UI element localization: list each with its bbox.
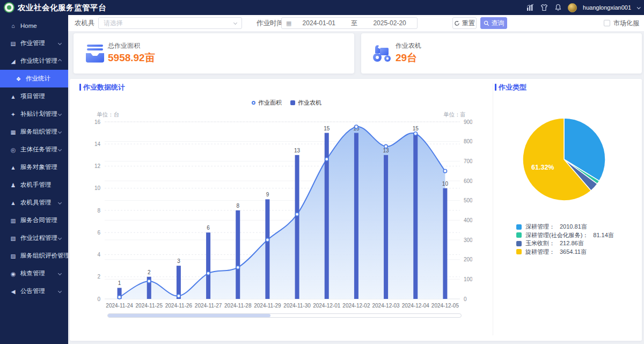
sidebar-item-job-stats-mgmt[interactable]: ◢作业统计管理 (0, 52, 68, 70)
sidebar-item-org-evaluation[interactable]: ▨服务组织评价管理 (0, 247, 68, 265)
bar-value-label: 3 (177, 258, 180, 264)
line-point-2024-11-30[interactable] (295, 213, 298, 216)
refresh-icon (454, 20, 460, 26)
sidebar-item-label: 服务合同管理 (20, 216, 57, 224)
sidebar-item-verification[interactable]: ◉核查管理 (0, 265, 68, 282)
sidebar-item-service-targets[interactable]: ▲服务对象管理 (0, 158, 68, 176)
chart-scrollbar-thumb[interactable] (108, 314, 270, 317)
bar-2024-11-27[interactable] (206, 232, 210, 299)
bar-value-label: 6 (207, 225, 210, 231)
tractor-icon (371, 41, 394, 65)
line-point-2024-12-05[interactable] (443, 169, 447, 172)
work-machines-label: 作业农机 (396, 41, 421, 50)
section-title-bar (79, 84, 81, 91)
pie-legend-item-2[interactable]: 深耕管理(社会化服务)：81.14亩 (516, 231, 614, 240)
job-stats-mgmt-icon: ◢ (9, 58, 17, 64)
bar-2024-12-03[interactable] (384, 155, 388, 299)
chevron-down-icon (58, 112, 62, 116)
legend-color-swatch (516, 224, 522, 230)
bar-series-legend-icon (290, 100, 295, 105)
service-targets-icon: ▲ (9, 164, 17, 171)
panel-divider (493, 83, 493, 335)
legend-item-area[interactable]: 作业面积 (252, 99, 282, 107)
line-point-2024-12-03[interactable] (384, 145, 387, 148)
work-time-label: 作业时间 (257, 15, 283, 31)
service-org-icon: ▦ (9, 129, 17, 135)
date-from-value[interactable]: 2024-01-01 (291, 19, 346, 27)
line-point-2024-11-25[interactable] (148, 280, 151, 283)
sidebar-item-label: 农机具管理 (20, 199, 52, 207)
user-menu-chevron-icon[interactable] (637, 5, 641, 9)
work-type-title: 作业类型 (499, 83, 526, 92)
job-process-icon: ▧ (9, 235, 17, 241)
projects-icon: ▲ (9, 93, 17, 100)
stats-icon[interactable] (526, 4, 534, 12)
chart-scrollbar[interactable] (107, 313, 462, 318)
line-point-2024-11-24[interactable] (118, 296, 121, 299)
inbox-icon (83, 41, 107, 65)
date-range-input[interactable]: ▦ 2024-01-01 至 2025-02-20 (281, 17, 418, 29)
machine-select[interactable]: 请选择 (98, 17, 242, 29)
line-point-2024-12-02[interactable] (355, 125, 358, 128)
sidebar-item-service-org[interactable]: ▦服务组织管理 (0, 123, 68, 141)
bar-value-label: 2 (148, 269, 151, 275)
bar-2024-12-04[interactable] (413, 133, 418, 299)
pie-legend-item-1[interactable]: 深耕管理：2010.81亩 (516, 223, 614, 231)
total-area-value: 5958.92亩 (108, 51, 155, 65)
area-series-fill (120, 127, 445, 299)
bar-2024-11-30[interactable] (295, 155, 299, 299)
sidebar-item-job-process[interactable]: ▧作业过程管理 (0, 229, 68, 247)
sidebar-item-jobs[interactable]: ▤作业管理 (0, 34, 68, 52)
right-axis-tick: 700 (464, 158, 472, 164)
user-avatar[interactable] (568, 3, 577, 12)
line-point-2024-11-29[interactable] (266, 238, 269, 241)
market-service-checkbox[interactable] (604, 20, 610, 26)
machine-operators-icon: ♟ (9, 182, 17, 188)
line-point-2024-11-26[interactable] (177, 294, 180, 297)
left-axis-tick: 6 (97, 230, 100, 236)
sidebar-item-projects[interactable]: ▲项目管理 (0, 87, 68, 105)
search-button[interactable]: 查询 (480, 17, 507, 29)
filter-bar: 农机具 请选择 作业时间 ▦ 2024-01-01 至 2025-02-20 重… (68, 15, 644, 31)
line-point-2024-11-28[interactable] (236, 266, 239, 269)
sidebar-item-announcements[interactable]: ◀公告管理 (0, 282, 68, 300)
job-stats-icon: ❖ (14, 76, 23, 82)
sidebar-item-main-tasks[interactable]: ◎主体任务管理 (0, 141, 68, 158)
bar-value-label: 15 (413, 126, 419, 131)
bar-2024-12-05[interactable] (443, 188, 447, 299)
right-axis-tick: 900 (464, 119, 472, 125)
pie-legend-item-3[interactable]: 玉米收割：212.86亩 (516, 239, 614, 248)
bar-value-label: 1 (118, 280, 121, 286)
line-point-2024-12-01[interactable] (325, 157, 328, 160)
pie-legend-value: 212.86亩 (560, 239, 584, 247)
line-point-2024-11-27[interactable] (207, 272, 210, 275)
sidebar-item-machine-operators[interactable]: ♟农机手管理 (0, 176, 68, 194)
x-axis-label: 2024-12-04 (402, 303, 430, 309)
sidebar-item-label: 作业统计管理 (20, 57, 57, 65)
bar-2024-11-28[interactable] (236, 210, 240, 299)
sidebar-item-service-contracts[interactable]: ▥服务合同管理 (0, 211, 68, 229)
date-to-value[interactable]: 2025-02-20 (362, 19, 417, 27)
sidebar-item-subsidy-plan[interactable]: ✦补贴计划管理 (0, 105, 68, 123)
sidebar-item-machines[interactable]: ▲农机具管理 (0, 194, 68, 211)
bar-2024-12-02[interactable] (354, 133, 358, 299)
machine-select-placeholder: 请选择 (104, 18, 123, 28)
notification-icon[interactable] (554, 4, 562, 12)
reset-button[interactable]: 重置 (452, 17, 477, 29)
combo-chart: 0100200300400500600700800900024681012141… (80, 117, 472, 313)
sidebar-item-home[interactable]: ⌂Home (0, 17, 68, 34)
bar-2024-11-29[interactable] (265, 199, 269, 299)
sidebar-item-label: 作业统计 (26, 75, 50, 83)
username[interactable]: huanglongxian001 (583, 4, 631, 11)
pie-legend-item-4[interactable]: 旋耕管理：3654.11亩 (516, 248, 614, 257)
chevron-down-icon (58, 289, 62, 293)
market-service-checkbox-label[interactable]: 市场化服务 (613, 15, 644, 31)
total-area-card: 总作业面积 5958.92亩 (74, 33, 354, 74)
line-point-2024-12-04[interactable] (414, 132, 417, 135)
sidebar-item-job-stats[interactable]: ❖作业统计 (0, 70, 68, 87)
left-axis-tick: 12 (94, 163, 101, 169)
chevron-down-icon (58, 272, 62, 275)
calendar-icon: ▦ (286, 20, 291, 27)
legend-item-machines[interactable]: 作业农机 (290, 99, 321, 107)
theme-icon[interactable] (540, 4, 548, 12)
